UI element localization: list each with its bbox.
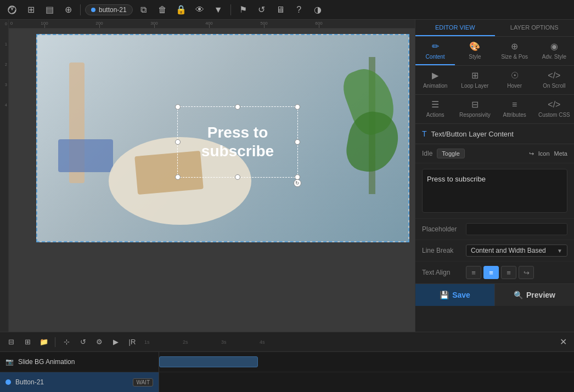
divider2 xyxy=(230,4,231,15)
nav-style[interactable]: 🎨 Style xyxy=(455,37,494,65)
text-align-label: Text Align xyxy=(422,269,466,276)
button-text-element: Press to subscribe xyxy=(178,107,297,177)
meta-action-btn[interactable]: Meta xyxy=(554,150,567,157)
copy-icon[interactable]: ⧉ xyxy=(136,2,151,18)
track-label-button21[interactable]: Button-21 WAIT xyxy=(0,372,159,392)
responsivity-label: Responsivity xyxy=(459,112,491,118)
text-content-value[interactable]: Press to subscribe xyxy=(427,174,562,185)
align-center-button[interactable]: ≡ xyxy=(483,266,499,279)
slides-icon[interactable]: ▤ xyxy=(42,2,57,18)
panel-nav-row2: ▶ Animation ⊞ Loop Layer ☉ Hover </> On … xyxy=(415,66,574,95)
link-icon-btn[interactable]: ↪ xyxy=(529,150,534,157)
line-break-label: Line Break xyxy=(422,247,466,254)
ruler-vertical: 0 1 2 3 4 xyxy=(0,20,9,332)
lock-icon[interactable]: 🔒 xyxy=(173,2,189,18)
track-bar-row-2 xyxy=(159,372,574,392)
wordpress-icon[interactable] xyxy=(4,2,20,18)
nav-adv-style[interactable]: ◉ Adv. Style xyxy=(534,37,574,65)
time-mark-1s: 1s xyxy=(144,339,183,345)
main-area: 0 100 200 300 400 500 600 0 1 xyxy=(0,20,574,332)
add-icon[interactable]: ⊕ xyxy=(60,2,76,18)
slide-bg-icon: 📷 xyxy=(5,358,14,366)
content-icon: ✏ xyxy=(432,41,439,52)
section-title-bar: T Text/Button Layer Content xyxy=(415,124,574,144)
tl-layers-icon[interactable]: ⊟ xyxy=(4,336,18,349)
active-dot xyxy=(91,8,95,12)
preview-button[interactable]: 🔍 Preview xyxy=(494,284,574,306)
timeline-area: ⊟ ⊞ 📁 ⊹ ↺ ⚙ ▶ |R 1s 2s 3s 4s ✕ 📷 Slide B… xyxy=(0,332,574,392)
save-label: Save xyxy=(452,291,470,299)
rotate-handle[interactable]: ↻ xyxy=(294,179,301,187)
v-mark-200: 2 xyxy=(1,63,8,66)
contrast-icon[interactable]: ◑ xyxy=(310,2,325,18)
adv-style-label: Adv. Style xyxy=(542,54,566,60)
tab-editor-view[interactable]: EDITOR VIEW xyxy=(415,20,495,36)
chair-seat-decor xyxy=(58,139,113,172)
topbar: ⊞ ▤ ⊕ button-21 ⧉ 🗑 🔒 👁 ▼ ⚑ ↺ 🖥 ? ◑ xyxy=(0,0,574,20)
selection-box[interactable]: ↻ Press to subscribe xyxy=(177,106,298,178)
flag-icon[interactable]: ⚑ xyxy=(235,2,251,18)
tl-select-icon[interactable]: ⊹ xyxy=(60,336,73,349)
attributes-icon: ≡ xyxy=(512,100,517,110)
nav-hover[interactable]: ☉ Hover xyxy=(495,66,534,94)
track-bar-slide-bg[interactable] xyxy=(159,356,258,367)
nav-responsivity[interactable]: ⊟ Responsivity xyxy=(455,95,494,123)
undo-icon[interactable]: ↺ xyxy=(254,2,269,18)
help-icon[interactable]: ? xyxy=(291,2,307,18)
v-mark-0: 0 xyxy=(1,22,8,26)
chevron-down-icon[interactable]: ▼ xyxy=(211,2,226,18)
save-icon: 💾 xyxy=(440,291,449,299)
align-right-button[interactable]: ≡ xyxy=(501,266,516,279)
monitor-icon[interactable]: 🖥 xyxy=(273,2,288,18)
nav-loop-layer[interactable]: ⊞ Loop Layer xyxy=(455,66,494,94)
eye-icon[interactable]: 👁 xyxy=(192,2,207,18)
tl-folder-icon[interactable]: 📁 xyxy=(37,336,50,349)
tl-play-icon[interactable]: ▶ xyxy=(109,336,122,349)
tl-close-button[interactable]: ✕ xyxy=(556,336,570,349)
nav-attributes[interactable]: ≡ Attributes xyxy=(495,95,534,123)
slide-title[interactable]: button-21 xyxy=(85,4,133,15)
tl-grid-icon[interactable]: ⊞ xyxy=(21,336,34,349)
tl-marker-icon[interactable]: |R xyxy=(126,336,139,349)
save-button[interactable]: 💾 Save xyxy=(415,284,494,306)
line-break-field-row: Line Break Content and Width Based ▼ xyxy=(415,240,574,261)
animation-label: Animation xyxy=(423,83,447,89)
timeline-toolbar: ⊟ ⊞ 📁 ⊹ ↺ ⚙ ▶ |R 1s 2s 3s 4s ✕ xyxy=(0,332,574,352)
v-mark-100: 1 xyxy=(1,42,8,46)
grid-icon[interactable]: ⊞ xyxy=(23,2,38,18)
nav-actions[interactable]: ☰ Actions xyxy=(415,95,455,123)
toggle-button[interactable]: Toggle xyxy=(437,149,464,158)
tl-settings-icon[interactable]: ⚙ xyxy=(93,336,106,349)
nav-size-pos[interactable]: ⊕ Size & Pos xyxy=(495,37,534,65)
nav-custom-css[interactable]: </> Custom CSS xyxy=(534,95,574,123)
icon-action-btn[interactable]: Icon xyxy=(538,150,550,157)
nav-animation[interactable]: ▶ Animation xyxy=(415,66,455,94)
align-justify-button[interactable]: ↪ xyxy=(519,266,534,279)
style-icon: 🎨 xyxy=(469,41,480,52)
placeholder-input[interactable] xyxy=(466,223,567,235)
align-left-button[interactable]: ≡ xyxy=(466,266,481,279)
placeholder-field-row: Placeholder xyxy=(415,218,574,240)
state-row: Idle Toggle ↪ Icon Meta xyxy=(415,144,574,163)
custom-css-icon: </> xyxy=(548,100,560,110)
nav-content[interactable]: ✏ Content xyxy=(415,37,455,65)
delete-icon[interactable]: 🗑 xyxy=(155,2,170,18)
text-content-area[interactable]: Press to subscribe xyxy=(422,169,567,213)
tab-layer-options[interactable]: LAYER OPTIONS xyxy=(495,20,575,36)
select-arrow-icon: ▼ xyxy=(557,248,562,254)
track-labels: 📷 Slide BG Animation Button-21 WAIT xyxy=(0,352,159,392)
track-content xyxy=(159,352,574,392)
tl-loop-icon[interactable]: ↺ xyxy=(76,336,89,349)
adv-style-icon: ◉ xyxy=(550,41,558,52)
slide-canvas[interactable]: ↻ Press to subscribe xyxy=(36,34,409,242)
v-mark-300: 3 xyxy=(1,83,8,87)
line-break-value: Content and Width Based xyxy=(471,247,546,254)
track-dot-button21 xyxy=(5,379,11,385)
track-label-slide-bg[interactable]: 📷 Slide BG Animation xyxy=(0,352,159,372)
line-break-select[interactable]: Content and Width Based ▼ xyxy=(466,245,567,257)
nav-on-scroll[interactable]: </> On Scroll xyxy=(534,66,574,94)
hover-label: Hover xyxy=(507,83,522,89)
panel-nav-row3: ☰ Actions ⊟ Responsivity ≡ Attributes </… xyxy=(415,95,574,124)
preview-icon: 🔍 xyxy=(514,291,523,299)
timeline-tracks: 📷 Slide BG Animation Button-21 WAIT xyxy=(0,352,574,392)
